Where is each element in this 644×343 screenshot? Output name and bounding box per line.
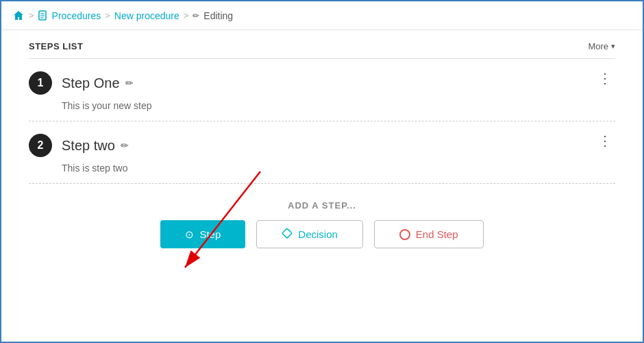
decision-icon (282, 228, 293, 241)
main-content: STEPS LIST More ▾ 1 Step One ✏ This is y… (1, 30, 643, 259)
step-item-1: 1 Step One ✏ This is your new step ⋮ (29, 59, 615, 121)
step-1-edit-icon[interactable]: ✏ (125, 78, 134, 88)
step-2-description: This is step two (62, 163, 615, 174)
add-decision-button[interactable]: Decision (256, 220, 363, 248)
step-btn-label: Step (199, 228, 221, 240)
add-end-step-button[interactable]: End Step (374, 220, 484, 248)
breadcrumb-new-procedure[interactable]: New procedure (114, 10, 179, 21)
document-icon (38, 10, 48, 21)
step-1-menu-icon[interactable]: ⋮ (598, 71, 612, 85)
breadcrumb-edit-icon: ✏ (193, 11, 199, 21)
add-step-button[interactable]: ⊙ Step (160, 220, 245, 248)
add-step-label: ADD A STEP... (288, 200, 356, 211)
step-2-title: Step two ✏ (62, 138, 129, 154)
home-icon[interactable] (12, 10, 25, 22)
breadcrumb-sep-1: > (29, 10, 34, 21)
step-2-menu-icon[interactable]: ⋮ (598, 134, 612, 147)
steps-list-header: STEPS LIST More ▾ (29, 30, 615, 59)
breadcrumb-sep-2: > (105, 10, 110, 21)
more-button[interactable]: More ▾ (588, 41, 615, 51)
end-step-btn-label: End Step (416, 228, 458, 240)
breadcrumb-bar: > Procedures > New procedure > ✏ Editing (1, 1, 643, 30)
chevron-down-icon: ▾ (611, 42, 615, 51)
step-item-2: 2 Step two ✏ This is step two ⋮ (29, 121, 615, 184)
step-1-number: 1 (29, 71, 52, 95)
svg-rect-4 (282, 228, 292, 238)
breadcrumb-sep-3: > (184, 10, 189, 21)
step-1-description: This is your new step (62, 100, 615, 111)
more-label: More (588, 41, 608, 51)
add-step-section: ADD A STEP... ⊙ Step Decision End Step (29, 184, 615, 259)
end-step-icon (399, 229, 410, 240)
step-btn-icon: ⊙ (185, 228, 194, 241)
step-1-title: Step One ✏ (62, 75, 134, 91)
breadcrumb-current-page: Editing (203, 10, 233, 21)
step-2-header: 2 Step two ✏ (29, 134, 615, 157)
step-2-edit-icon[interactable]: ✏ (121, 140, 129, 151)
breadcrumb-procedures[interactable]: Procedures (52, 10, 101, 21)
step-2-number: 2 (29, 134, 52, 157)
step-1-header: 1 Step One ✏ (29, 71, 615, 95)
decision-btn-label: Decision (298, 228, 338, 240)
steps-list-title: STEPS LIST (29, 41, 83, 51)
add-step-buttons: ⊙ Step Decision End Step (160, 220, 483, 248)
